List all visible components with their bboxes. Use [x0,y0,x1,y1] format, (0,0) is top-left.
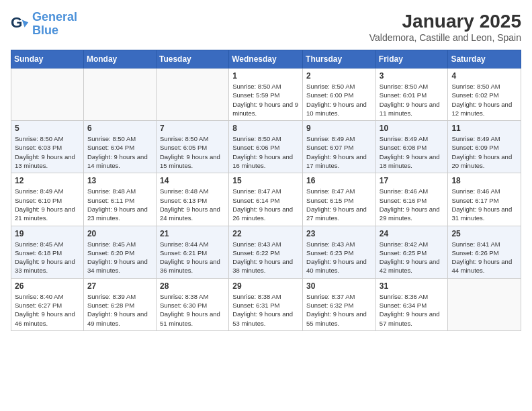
weekday-header-friday: Friday [375,50,448,68]
day-number: 18 [451,176,517,185]
calendar-day-cell: 31 Sunrise: 8:36 AMSunset: 6:34 PMDaylig… [375,278,448,330]
calendar-day-cell: 19 Sunrise: 8:45 AMSunset: 6:18 PMDaylig… [11,226,84,278]
weekday-header-tuesday: Tuesday [156,50,228,68]
day-detail: Sunrise: 8:50 AMSunset: 6:05 PMDaylight:… [160,135,220,169]
day-number: 20 [87,229,152,238]
day-number: 24 [380,229,445,238]
day-number: 31 [380,281,445,291]
day-detail: Sunrise: 8:45 AMSunset: 6:20 PMDaylight:… [87,240,148,275]
day-detail: Sunrise: 8:43 AMSunset: 6:22 PMDaylight:… [232,240,293,275]
calendar-day-cell: 7 Sunrise: 8:50 AMSunset: 6:05 PMDayligh… [156,121,228,173]
calendar-day-cell: 13 Sunrise: 8:48 AMSunset: 6:11 PMDaylig… [83,173,156,226]
day-number: 29 [232,281,299,291]
calendar-day-cell: 30 Sunrise: 8:37 AMSunset: 6:32 PMDaylig… [303,278,376,330]
day-detail: Sunrise: 8:42 AMSunset: 6:25 PMDaylight:… [380,240,440,275]
calendar-day-cell: 14 Sunrise: 8:48 AMSunset: 6:13 PMDaylig… [156,173,228,226]
day-detail: Sunrise: 8:41 AMSunset: 6:26 PMDaylight:… [451,240,512,275]
day-detail: Sunrise: 8:47 AMSunset: 6:15 PMDaylight:… [306,187,367,222]
calendar-day-cell: 29 Sunrise: 8:38 AMSunset: 6:31 PMDaylig… [229,278,303,330]
calendar-day-cell: 9 Sunrise: 8:49 AMSunset: 6:07 PMDayligh… [303,121,376,173]
calendar-table: SundayMondayTuesdayWednesdayThursdayFrid… [11,50,521,331]
calendar-day-cell: 23 Sunrise: 8:43 AMSunset: 6:23 PMDaylig… [303,226,376,278]
day-number: 2 [306,71,372,81]
day-number: 4 [451,71,517,81]
day-number: 30 [306,281,372,291]
day-number: 15 [232,176,299,185]
day-number: 7 [160,124,225,133]
calendar-day-cell: 12 Sunrise: 8:49 AMSunset: 6:10 PMDaylig… [11,173,84,226]
calendar-day-cell [156,68,228,121]
weekday-header-saturday: Saturday [448,50,521,68]
svg-text:G: G [11,15,22,31]
calendar-day-cell: 3 Sunrise: 8:50 AMSunset: 6:01 PMDayligh… [375,68,448,121]
day-detail: Sunrise: 8:50 AMSunset: 6:06 PMDaylight:… [232,135,293,169]
weekday-header-thursday: Thursday [303,50,376,68]
day-number: 16 [306,176,372,185]
day-number: 1 [232,71,299,81]
calendar-day-cell: 17 Sunrise: 8:46 AMSunset: 6:16 PMDaylig… [375,173,448,226]
day-detail: Sunrise: 8:39 AMSunset: 6:28 PMDaylight:… [87,293,148,327]
day-number: 28 [160,281,225,291]
location-subtitle: Valdemora, Castille and Leon, Spain [369,32,521,43]
day-detail: Sunrise: 8:50 AMSunset: 6:02 PMDaylight:… [451,83,512,117]
day-detail: Sunrise: 8:49 AMSunset: 6:09 PMDaylight:… [451,135,512,169]
day-detail: Sunrise: 8:36 AMSunset: 6:34 PMDaylight:… [380,293,440,327]
page-header: G General Blue January 2025 Valdemora, C… [11,11,521,43]
calendar-week-row: 5 Sunrise: 8:50 AMSunset: 6:03 PMDayligh… [11,121,521,173]
day-detail: Sunrise: 8:49 AMSunset: 6:08 PMDaylight:… [380,135,440,169]
day-detail: Sunrise: 8:48 AMSunset: 6:11 PMDaylight:… [87,187,148,222]
day-detail: Sunrise: 8:49 AMSunset: 6:07 PMDaylight:… [306,135,367,169]
day-detail: Sunrise: 8:50 AMSunset: 6:00 PMDaylight:… [306,83,367,117]
day-number: 13 [87,176,152,185]
day-number: 8 [232,124,299,133]
day-detail: Sunrise: 8:46 AMSunset: 6:17 PMDaylight:… [451,187,512,222]
weekday-header-monday: Monday [83,50,156,68]
day-detail: Sunrise: 8:38 AMSunset: 6:31 PMDaylight:… [232,293,293,327]
calendar-day-cell: 1 Sunrise: 8:50 AMSunset: 5:59 PMDayligh… [229,68,303,121]
day-number: 27 [87,281,152,291]
weekday-header-sunday: Sunday [11,50,84,68]
calendar-day-cell: 28 Sunrise: 8:38 AMSunset: 6:30 PMDaylig… [156,278,228,330]
calendar-day-cell: 5 Sunrise: 8:50 AMSunset: 6:03 PMDayligh… [11,121,84,173]
day-detail: Sunrise: 8:47 AMSunset: 6:14 PMDaylight:… [232,187,293,222]
day-detail: Sunrise: 8:46 AMSunset: 6:16 PMDaylight:… [380,187,440,222]
day-detail: Sunrise: 8:38 AMSunset: 6:30 PMDaylight:… [160,293,220,327]
day-number: 3 [380,71,445,81]
day-number: 22 [232,229,299,238]
calendar-day-cell: 25 Sunrise: 8:41 AMSunset: 6:26 PMDaylig… [448,226,521,278]
calendar-day-cell: 18 Sunrise: 8:46 AMSunset: 6:17 PMDaylig… [448,173,521,226]
day-number: 10 [380,124,445,133]
day-number: 23 [306,229,372,238]
calendar-day-cell: 15 Sunrise: 8:47 AMSunset: 6:14 PMDaylig… [229,173,303,226]
logo-text: General Blue [32,11,77,38]
day-detail: Sunrise: 8:45 AMSunset: 6:18 PMDaylight:… [15,240,75,275]
day-detail: Sunrise: 8:50 AMSunset: 6:03 PMDaylight:… [15,135,75,169]
calendar-week-row: 1 Sunrise: 8:50 AMSunset: 5:59 PMDayligh… [11,68,521,121]
calendar-day-cell: 26 Sunrise: 8:40 AMSunset: 6:27 PMDaylig… [11,278,84,330]
day-number: 19 [15,229,80,238]
calendar-day-cell [83,68,156,121]
day-number: 5 [15,124,80,133]
calendar-week-row: 12 Sunrise: 8:49 AMSunset: 6:10 PMDaylig… [11,173,521,226]
calendar-day-cell: 6 Sunrise: 8:50 AMSunset: 6:04 PMDayligh… [83,121,156,173]
day-detail: Sunrise: 8:40 AMSunset: 6:27 PMDaylight:… [15,293,75,327]
day-number: 9 [306,124,372,133]
calendar-day-cell: 21 Sunrise: 8:44 AMSunset: 6:21 PMDaylig… [156,226,228,278]
calendar-day-cell: 8 Sunrise: 8:50 AMSunset: 6:06 PMDayligh… [229,121,303,173]
day-detail: Sunrise: 8:50 AMSunset: 6:01 PMDaylight:… [380,83,440,117]
calendar-day-cell: 10 Sunrise: 8:49 AMSunset: 6:08 PMDaylig… [375,121,448,173]
day-number: 21 [160,229,225,238]
day-detail: Sunrise: 8:48 AMSunset: 6:13 PMDaylight:… [160,187,220,222]
calendar-week-row: 26 Sunrise: 8:40 AMSunset: 6:27 PMDaylig… [11,278,521,330]
logo: G General Blue [11,11,77,38]
calendar-day-cell: 2 Sunrise: 8:50 AMSunset: 6:00 PMDayligh… [303,68,376,121]
calendar-day-cell: 22 Sunrise: 8:43 AMSunset: 6:22 PMDaylig… [229,226,303,278]
calendar-day-cell: 24 Sunrise: 8:42 AMSunset: 6:25 PMDaylig… [375,226,448,278]
day-number: 25 [451,229,517,238]
day-detail: Sunrise: 8:37 AMSunset: 6:32 PMDaylight:… [306,293,367,327]
calendar-day-cell: 20 Sunrise: 8:45 AMSunset: 6:20 PMDaylig… [83,226,156,278]
calendar-week-row: 19 Sunrise: 8:45 AMSunset: 6:18 PMDaylig… [11,226,521,278]
calendar-day-cell: 11 Sunrise: 8:49 AMSunset: 6:09 PMDaylig… [448,121,521,173]
logo-icon: G [11,15,30,34]
calendar-day-cell: 16 Sunrise: 8:47 AMSunset: 6:15 PMDaylig… [303,173,376,226]
